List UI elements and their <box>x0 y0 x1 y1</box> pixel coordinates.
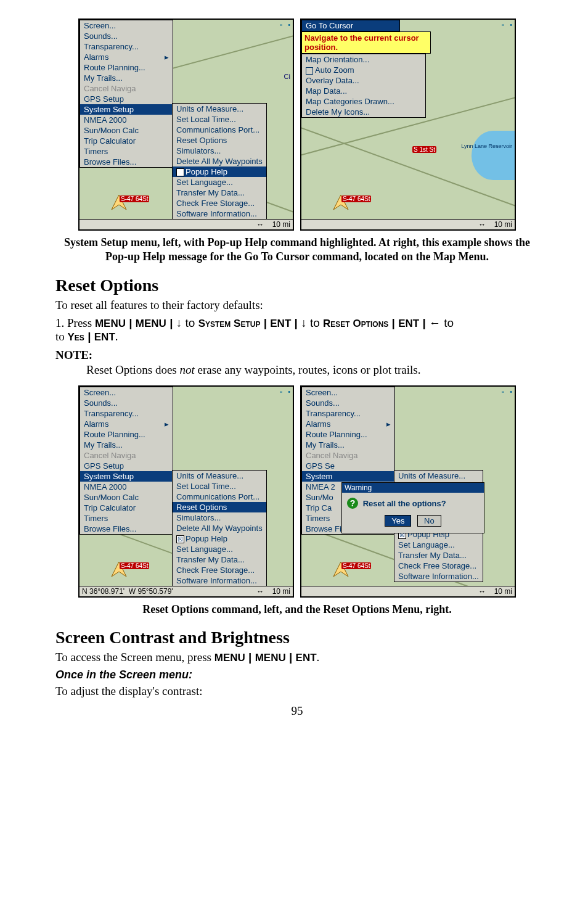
map-categories[interactable]: Map Categories Drawn... <box>302 96 425 107</box>
overlay-data[interactable]: Overlay Data... <box>302 75 425 86</box>
note-heading: NOTE: <box>55 348 539 362</box>
sub-software-info[interactable]: Software Information... <box>173 575 266 586</box>
status-dist: 10 mi <box>272 587 290 596</box>
key-menu-a: MENU <box>214 652 245 664</box>
menu-screen[interactable]: Screen... <box>302 387 394 398</box>
key-ent-2: ENT <box>398 318 419 329</box>
status-dist: 10 mi <box>494 220 512 229</box>
sub-reset-options[interactable]: Reset Options <box>173 502 266 512</box>
reset-confirm-dialog: Warning ? Reset all the options? Yes No <box>341 482 484 533</box>
sub-simulators[interactable]: Simulators... <box>173 512 266 523</box>
ci-label: Ci <box>284 73 290 80</box>
sub-popup-help[interactable]: ☒Popup Help <box>173 533 266 544</box>
sub-popup-help-label: Popup Help <box>186 534 227 543</box>
menu-trip-calc[interactable]: Trip Calculator <box>80 136 173 146</box>
main-menu[interactable]: Screen... Sounds... Transparency... Alar… <box>80 387 173 535</box>
sub-local-time[interactable]: Set Local Time... <box>173 481 266 491</box>
menu-system-setup[interactable]: System Setup <box>80 104 173 115</box>
menu-browse-files[interactable]: Browse Files... <box>80 157 173 167</box>
top-screenshot-row: S-47 64St ▫ • Ci Screen... Sounds... Tra… <box>55 19 539 231</box>
sub-software-info[interactable]: Software Information... <box>394 571 483 582</box>
sub-set-language[interactable]: Set Language... <box>173 544 266 554</box>
step1-prefix: 1. Press <box>55 316 95 329</box>
menu-transparency[interactable]: Transparency... <box>80 408 173 419</box>
delete-my-icons[interactable]: Delete My Icons... <box>302 107 425 117</box>
menu-transparency[interactable]: Transparency... <box>302 408 394 419</box>
menu-system-cut[interactable]: System <box>302 471 394 482</box>
menu-alarms[interactable]: Alarms <box>80 419 173 429</box>
sub-comm-port[interactable]: Communications Port... <box>173 125 266 135</box>
menu-sounds[interactable]: Sounds... <box>302 398 394 408</box>
sub-set-language[interactable]: Set Language... <box>394 540 483 550</box>
menu-system-setup[interactable]: System Setup <box>80 471 173 482</box>
sub-popup-help[interactable]: ☒Popup Help <box>173 167 266 177</box>
status-arrow-icon: ↔ <box>256 587 264 596</box>
map-orientation[interactable]: Map Orientation... <box>302 54 425 65</box>
sub-comm-port[interactable]: Communications Port... <box>173 491 266 502</box>
menu-timers[interactable]: Timers <box>80 146 173 157</box>
menu-gps-setup[interactable]: GPS Setup <box>80 461 173 471</box>
menu-route-planning[interactable]: Route Planning... <box>80 62 173 73</box>
menu-alarms[interactable]: Alarms <box>80 52 173 62</box>
go-to-cursor-title[interactable]: Go To Cursor <box>301 20 400 31</box>
highway-badge: S-47 64St <box>120 195 149 202</box>
sub-transfer-data[interactable]: Transfer My Data... <box>173 187 266 198</box>
menu-browse-files[interactable]: Browse Files... <box>80 524 173 534</box>
status-lon: W 95°50.579' <box>129 587 173 596</box>
sub-check-storage[interactable]: Check Free Storage... <box>394 561 483 571</box>
sub-transfer-data[interactable]: Transfer My Data... <box>173 554 266 565</box>
menu-nmea-2000[interactable]: NMEA 2000 <box>80 115 173 125</box>
screenshot-reset-options-command: S-47 64St ▫ • Screen... Sounds... Transp… <box>78 385 294 598</box>
status-bar: ↔ 10 mi <box>80 219 293 229</box>
top-icons: ▫ • <box>280 388 290 395</box>
sub-units[interactable]: Units of Measure... <box>173 104 266 114</box>
system-setup-submenu[interactable]: Units of Measure... Set Local Time... Co… <box>172 470 267 586</box>
menu-route-planning[interactable]: Route Planning... <box>302 429 394 440</box>
menu-nmea-2000[interactable]: NMEA 2000 <box>80 482 173 492</box>
sub-set-language[interactable]: Set Language... <box>173 177 266 187</box>
menu-sun-moon[interactable]: Sun/Moon Calc <box>80 125 173 136</box>
key-ent-a: ENT <box>296 652 317 664</box>
menu-transparency[interactable]: Transparency... <box>80 41 173 52</box>
menu-screen[interactable]: Screen... <box>80 387 173 398</box>
note-em: not <box>179 363 194 376</box>
menu-timers[interactable]: Timers <box>80 513 173 524</box>
status-bar: ↔ 10 mi <box>301 586 515 596</box>
menu-screen[interactable]: Screen... <box>80 20 173 31</box>
sub-delete-waypoints[interactable]: Delete All My Waypoints <box>173 523 266 533</box>
sub-delete-waypoints[interactable]: Delete All My Waypoints <box>173 156 266 167</box>
menu-route-planning[interactable]: Route Planning... <box>80 429 173 440</box>
no-button[interactable]: No <box>417 515 441 527</box>
menu-sounds[interactable]: Sounds... <box>80 398 173 408</box>
menu-gps-setup-cut[interactable]: GPS Se <box>302 461 394 471</box>
sub-transfer-data[interactable]: Transfer My Data... <box>394 550 483 561</box>
top-icons: ▫ • <box>502 388 512 395</box>
main-menu[interactable]: Screen... Sounds... Transparency... Alar… <box>80 20 173 168</box>
map-menu[interactable]: Map Orientation... Auto Zoom Overlay Dat… <box>301 54 426 118</box>
sub-local-time[interactable]: Set Local Time... <box>173 114 266 125</box>
menu-my-trails[interactable]: My Trails... <box>302 440 394 450</box>
menu-alarms[interactable]: Alarms <box>302 419 394 429</box>
yes-button[interactable]: Yes <box>385 515 411 527</box>
sub-software-info[interactable]: Software Information... <box>173 208 266 219</box>
auto-zoom[interactable]: Auto Zoom <box>302 65 425 75</box>
dialog-title: Warning <box>342 483 484 493</box>
screen-access-text: To access the Screen menu, press MENU | … <box>55 650 539 665</box>
sub-simulators[interactable]: Simulators... <box>173 146 266 156</box>
sub-units[interactable]: Units of Measure... <box>394 471 483 481</box>
key-reset-options: Reset Options <box>323 318 388 329</box>
menu-my-trails[interactable]: My Trails... <box>80 440 173 450</box>
sub-check-storage[interactable]: Check Free Storage... <box>173 565 266 575</box>
menu-sun-moon[interactable]: Sun/Moon Calc <box>80 492 173 503</box>
map-data[interactable]: Map Data... <box>302 86 425 96</box>
system-setup-submenu[interactable]: Units of Measure... Set Local Time... Co… <box>172 103 267 220</box>
menu-my-trails[interactable]: My Trails... <box>80 73 173 83</box>
sub-units[interactable]: Units of Measure... <box>173 471 266 481</box>
sub-reset-options[interactable]: Reset Options <box>173 135 266 146</box>
highway-badge: S-47 64St <box>120 562 149 569</box>
menu-cancel-nav: Cancel Naviga <box>80 83 173 94</box>
sub-check-storage[interactable]: Check Free Storage... <box>173 198 266 208</box>
menu-gps-setup[interactable]: GPS Setup <box>80 94 173 104</box>
menu-trip-calc[interactable]: Trip Calculator <box>80 503 173 513</box>
menu-sounds[interactable]: Sounds... <box>80 31 173 41</box>
